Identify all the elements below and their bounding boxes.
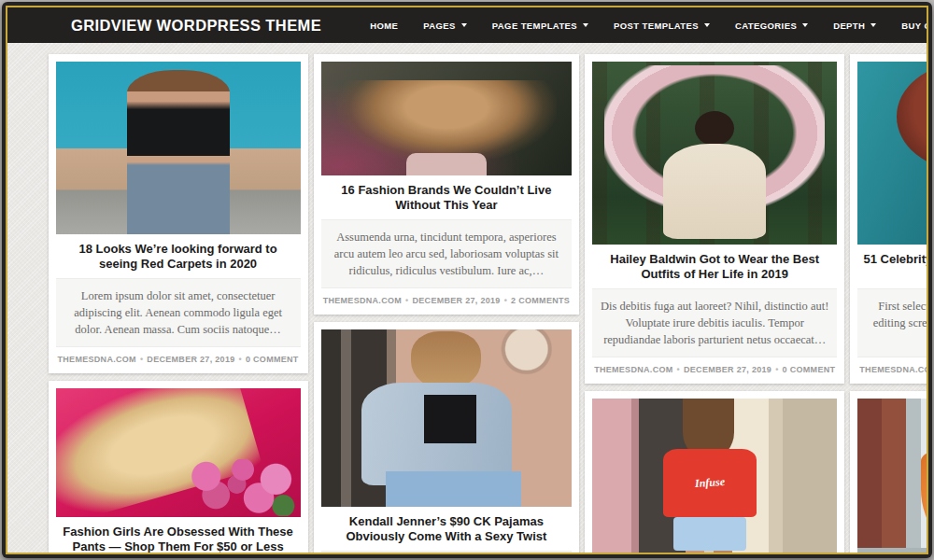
meta-separator: • bbox=[405, 296, 408, 305]
post-comments[interactable]: 0 COMMENT bbox=[246, 355, 299, 364]
meta-separator: • bbox=[140, 355, 143, 364]
post-card: Kendall Jenner’s $90 CK Pajamas Obviousl… bbox=[314, 322, 579, 553]
grid-column-4: 51 Celebrity Outfits to Add to Your Mood… bbox=[850, 54, 927, 553]
chevron-down-icon bbox=[870, 23, 876, 27]
post-author[interactable]: THEMESDNA.COM bbox=[58, 355, 136, 364]
post-thumbnail[interactable] bbox=[321, 329, 572, 507]
post-card: 51 Celebrity Outfits to Add to Your Mood… bbox=[850, 54, 927, 384]
photo-denim-shorts bbox=[673, 517, 747, 552]
top-navbar: GRIDVIEW WORDPRESS THEME HOME PAGES PAGE… bbox=[7, 7, 927, 43]
post-excerpt: Dis debitis fuga aut laoreet? Nihil, dis… bbox=[592, 288, 837, 357]
post-card: Fashion Girls Are Obsessed With These Pa… bbox=[49, 381, 308, 553]
post-excerpt: Lorem ipsum dolor sit amet, consectetuer… bbox=[56, 278, 301, 347]
chevron-down-icon bbox=[461, 23, 467, 27]
photo-tshirt: Infuse bbox=[663, 449, 757, 517]
chevron-down-icon bbox=[583, 23, 588, 27]
chevron-down-icon bbox=[802, 23, 808, 27]
post-date: DECEMBER 27, 2019 bbox=[413, 296, 501, 305]
post-excerpt: Assumenda urna, tincidunt tempora, asper… bbox=[321, 219, 572, 288]
post-title[interactable]: Hailey Baldwin Got to Wear the Best Outf… bbox=[592, 245, 837, 288]
post-title[interactable]: 16 Fashion Brands We Couldn’t Live Witho… bbox=[321, 175, 572, 219]
nav-home[interactable]: HOME bbox=[370, 21, 398, 31]
nav-post-templates[interactable]: POST TEMPLATES bbox=[614, 21, 710, 31]
post-thumbnail[interactable] bbox=[56, 62, 301, 234]
post-thumbnail[interactable]: Infuse bbox=[592, 399, 837, 553]
meta-separator: • bbox=[677, 365, 680, 374]
post-thumbnail[interactable] bbox=[857, 62, 927, 245]
post-title[interactable]: Fashion Girls Are Obsessed With These Pa… bbox=[56, 517, 301, 553]
photo-hair bbox=[411, 331, 481, 390]
photo-hair bbox=[897, 63, 927, 170]
post-author[interactable]: THEMESDNA.COM bbox=[859, 365, 927, 374]
post-date: DECEMBER 27, 2019 bbox=[684, 365, 771, 374]
grid-column-3: Hailey Baldwin Got to Wear the Best Outf… bbox=[585, 54, 844, 553]
photo-hair bbox=[695, 111, 734, 146]
post-card: 16 Fashion Brands We Couldn’t Live Witho… bbox=[314, 54, 579, 315]
nav-categories[interactable]: CATEGORIES bbox=[735, 21, 808, 31]
photo-hair bbox=[336, 80, 557, 164]
post-comments[interactable]: 0 COMMENT bbox=[783, 365, 836, 374]
photo-figure bbox=[406, 153, 487, 175]
post-meta: THEMESDNA.COM•DECEMBER 27, 2019•0 COMMEN… bbox=[592, 357, 837, 376]
post-card: Hailey Baldwin Got to Wear the Best Outf… bbox=[585, 54, 844, 384]
post-date: DECEMBER 27, 2019 bbox=[147, 355, 234, 364]
post-title[interactable]: 18 Looks We’re looking forward to seeing… bbox=[56, 234, 301, 278]
post-title[interactable]: 51 Celebrity Outfits to Add to Your Mood… bbox=[857, 245, 927, 288]
post-excerpt: First select the post format as “Video” … bbox=[857, 288, 927, 357]
post-card bbox=[850, 391, 927, 553]
post-author[interactable]: THEMESDNA.COM bbox=[323, 296, 402, 305]
photo-orange-dress bbox=[921, 444, 927, 553]
nav-buy-gridview-pro[interactable]: BUY GRIDVIEW PRO bbox=[901, 21, 928, 31]
site-logo[interactable]: GRIDVIEW WORDPRESS THEME bbox=[71, 17, 321, 35]
photo-tshirt bbox=[424, 395, 476, 442]
post-thumbnail[interactable] bbox=[592, 62, 837, 245]
post-author[interactable]: THEMESDNA.COM bbox=[594, 365, 672, 374]
post-thumbnail[interactable] bbox=[857, 399, 927, 553]
post-card: 18 Looks We’re looking forward to seeing… bbox=[49, 54, 308, 373]
browser-frame: GRIDVIEW WORDPRESS THEME HOME PAGES PAGE… bbox=[2, 2, 932, 558]
post-meta: THEMESDNA.COM•DECEMBER 27, 2019•0 COMMEN… bbox=[857, 357, 927, 376]
post-card: Infuse bbox=[585, 391, 844, 553]
nav-depth[interactable]: DEPTH bbox=[833, 21, 876, 31]
grid-column-1: 18 Looks We’re looking forward to seeing… bbox=[49, 54, 308, 553]
meta-separator: • bbox=[239, 355, 242, 364]
post-meta: THEMESDNA.COM•DECEMBER 27, 2019•0 COMMEN… bbox=[56, 347, 301, 366]
post-thumbnail[interactable] bbox=[321, 62, 572, 175]
nav-page-templates[interactable]: PAGE TEMPLATES bbox=[492, 21, 588, 31]
post-thumbnail[interactable] bbox=[56, 388, 301, 517]
photo-dress bbox=[663, 144, 766, 239]
photo-jeans bbox=[386, 471, 521, 507]
content-area: 18 Looks We’re looking forward to seeing… bbox=[7, 43, 927, 553]
photo-figure bbox=[127, 70, 230, 234]
photo-legs bbox=[686, 551, 732, 553]
post-comments[interactable]: 2 COMMENTS bbox=[511, 296, 570, 305]
photo-flowers bbox=[176, 459, 298, 516]
nav-pages[interactable]: PAGES bbox=[423, 21, 467, 31]
meta-separator: • bbox=[504, 296, 507, 305]
posts-grid: 18 Looks We’re looking forward to seeing… bbox=[49, 54, 886, 553]
page: GRIDVIEW WORDPRESS THEME HOME PAGES PAGE… bbox=[6, 6, 928, 554]
post-meta: THEMESDNA.COM•DECEMBER 27, 2019•2 COMMEN… bbox=[321, 288, 572, 307]
tshirt-text: Infuse bbox=[694, 475, 725, 491]
post-excerpt: First select the post format as “Gallery… bbox=[321, 551, 572, 553]
chevron-down-icon bbox=[704, 23, 710, 27]
meta-separator: • bbox=[775, 365, 778, 374]
main-nav: HOME PAGES PAGE TEMPLATES POST TEMPLATES… bbox=[370, 21, 928, 31]
post-title[interactable]: Kendall Jenner’s $90 CK Pajamas Obviousl… bbox=[321, 507, 572, 551]
grid-column-2: 16 Fashion Brands We Couldn’t Live Witho… bbox=[314, 54, 579, 553]
